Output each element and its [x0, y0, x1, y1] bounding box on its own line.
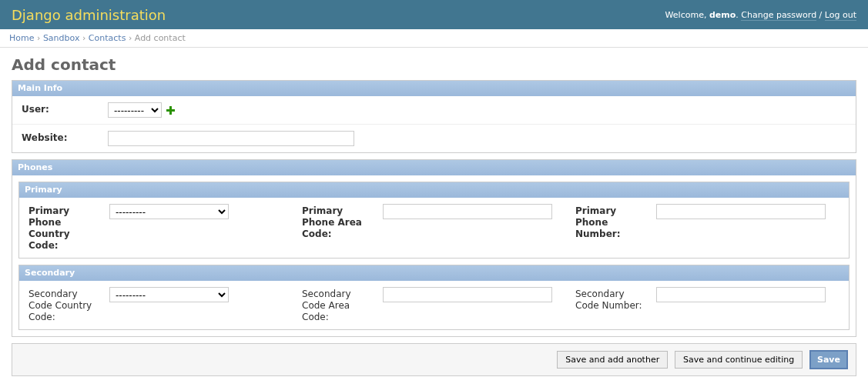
breadcrumb-contacts[interactable]: Contacts	[89, 33, 126, 43]
secondary-number-input[interactable]	[656, 287, 826, 302]
secondary-area-label: Secondary Code Area Code:	[302, 287, 375, 323]
breadcrumb: Home › Sandbox › Contacts › Add contact	[0, 29, 868, 48]
primary-country-select[interactable]: ---------	[109, 204, 229, 219]
breadcrumb-home[interactable]: Home	[9, 33, 34, 43]
fieldset-main-info: Main Info User: --------- Website:	[12, 80, 856, 153]
user-select[interactable]: ---------	[108, 102, 162, 118]
user-tools: Welcome, demo. Change password / Log out	[665, 10, 856, 20]
primary-number-label: Primary Phone Number:	[575, 204, 648, 240]
change-password-link[interactable]: Change password	[741, 10, 816, 21]
website-label: Website:	[22, 131, 99, 143]
breadcrumb-sandbox[interactable]: Sandbox	[43, 33, 80, 43]
fieldset-secondary-title: Secondary	[19, 265, 849, 281]
primary-area-label: Primary Phone Area Code:	[302, 204, 375, 240]
secondary-number-label: Secondary Code Number:	[575, 287, 648, 312]
fieldset-main-info-title: Main Info	[12, 81, 856, 96]
branding-title: Django administration	[12, 7, 166, 23]
save-continue-button[interactable]	[675, 351, 803, 369]
fieldset-primary: Primary Primary Phone Country Code: ----…	[18, 182, 850, 259]
primary-number-input[interactable]	[656, 204, 826, 219]
website-input[interactable]	[108, 131, 354, 146]
page-title: Add contact	[12, 55, 856, 74]
row-website: Website:	[12, 125, 856, 152]
secondary-country-select[interactable]: ---------	[109, 287, 229, 302]
logout-link[interactable]: Log out	[825, 10, 856, 21]
secondary-country-label: Secondary Code Country Code:	[28, 287, 102, 323]
save-button[interactable]	[809, 350, 848, 369]
save-add-another-button[interactable]	[557, 351, 668, 369]
svg-rect-1	[166, 109, 175, 112]
primary-country-label: Primary Phone Country Code:	[28, 204, 102, 252]
user-label: User:	[22, 102, 99, 115]
fieldset-phones: Phones Primary Primary Phone Country Cod…	[12, 159, 856, 337]
username: demo	[709, 10, 736, 20]
row-secondary-phone: Secondary Code Country Code: --------- S…	[19, 281, 849, 329]
fieldset-phones-title: Phones	[12, 160, 856, 175]
submit-row	[12, 343, 856, 376]
welcome-text: Welcome,	[665, 10, 707, 20]
fieldset-secondary: Secondary Secondary Code Country Code: -…	[18, 265, 850, 330]
row-user: User: ---------	[12, 96, 856, 125]
secondary-area-input[interactable]	[383, 287, 552, 302]
header: Django administration Welcome, demo. Cha…	[0, 0, 868, 29]
breadcrumb-current: Add contact	[135, 33, 186, 43]
fieldset-primary-title: Primary	[19, 182, 849, 198]
add-user-icon[interactable]	[165, 105, 176, 115]
primary-area-input[interactable]	[383, 204, 552, 219]
row-primary-phone: Primary Phone Country Code: --------- Pr…	[19, 198, 849, 258]
